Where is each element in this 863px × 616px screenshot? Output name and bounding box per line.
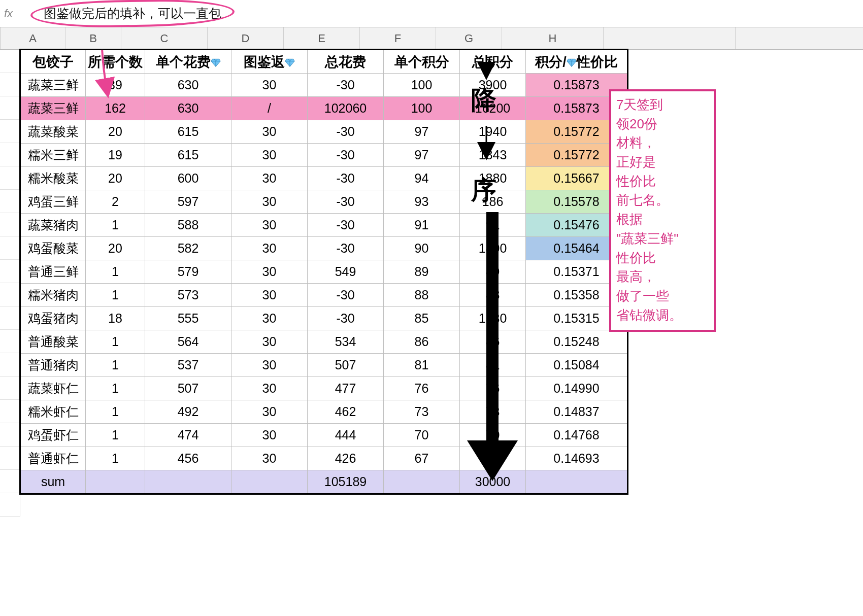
cell[interactable]: 1 [86, 424, 145, 447]
column-header-G[interactable]: G [436, 27, 502, 49]
cell[interactable]: 97 [384, 144, 460, 167]
table-row[interactable]: 鸡蛋猪肉1855530-308515300.15315 [21, 307, 627, 330]
cell[interactable]: 鸡蛋三鲜 [21, 190, 86, 214]
cell[interactable]: -30 [308, 74, 384, 97]
cell[interactable]: 30 [231, 424, 308, 447]
cell[interactable]: 普通虾仁 [21, 447, 86, 470]
cell[interactable]: 549 [308, 260, 384, 284]
cell[interactable]: -30 [308, 190, 384, 214]
cell[interactable]: 鸡蛋酸菜 [21, 237, 86, 260]
column-header-C[interactable]: C [121, 27, 208, 49]
cell[interactable]: 81 [460, 354, 526, 377]
cell[interactable]: -30 [308, 167, 384, 190]
cell[interactable]: 20 [86, 120, 145, 144]
cell[interactable]: 94 [384, 167, 460, 190]
cell[interactable]: 蔬菜酸菜 [21, 120, 86, 144]
cell[interactable]: 1940 [460, 120, 526, 144]
cell[interactable]: 1 [86, 214, 145, 237]
cell[interactable]: 蔬菜猪肉 [21, 214, 86, 237]
cell[interactable]: 30 [231, 190, 308, 214]
cell[interactable]: 30 [231, 447, 308, 470]
cell[interactable]: 70 [460, 424, 526, 447]
cell[interactable]: 89 [384, 260, 460, 284]
cell[interactable]: 86 [384, 330, 460, 354]
cell[interactable]: 88 [460, 284, 526, 307]
table-row[interactable]: 蔬菜酸菜2061530-309719400.15772 [21, 120, 627, 144]
cell[interactable]: 19 [86, 144, 145, 167]
cell[interactable]: 579 [145, 260, 231, 284]
cell[interactable]: 573 [145, 284, 231, 307]
table-row[interactable]: 糯米虾仁14923046273730.14837 [21, 400, 627, 424]
cell[interactable]: 162 [86, 97, 145, 120]
cell[interactable]: 76 [384, 377, 460, 400]
cell[interactable]: -30 [308, 120, 384, 144]
cell[interactable]: 474 [145, 424, 231, 447]
cell[interactable]: 67 [460, 447, 526, 470]
cell[interactable]: 67 [384, 447, 460, 470]
table-row[interactable]: 普通三鲜15793054989890.15371 [21, 260, 627, 284]
cell[interactable]: 76 [460, 377, 526, 400]
cell[interactable]: 0.14990 [526, 377, 627, 400]
cell[interactable]: 86 [460, 330, 526, 354]
cell[interactable]: -30 [308, 237, 384, 260]
cell[interactable]: 1 [86, 284, 145, 307]
cell[interactable]: 81 [384, 354, 460, 377]
cell[interactable]: 615 [145, 120, 231, 144]
cell[interactable]: 1 [86, 400, 145, 424]
cell[interactable]: 30 [231, 74, 308, 97]
cell[interactable]: 30 [231, 260, 308, 284]
cell[interactable]: 100 [384, 74, 460, 97]
table-row[interactable]: 普通虾仁14563042667670.14693 [21, 447, 627, 470]
cell[interactable]: 600 [145, 167, 231, 190]
cell[interactable]: 1 [86, 260, 145, 284]
cell[interactable]: 1800 [460, 237, 526, 260]
cell[interactable]: 444 [308, 424, 384, 447]
cell[interactable]: 糯米虾仁 [21, 400, 86, 424]
cell[interactable]: 630 [145, 97, 231, 120]
cell[interactable]: 88 [384, 284, 460, 307]
cell[interactable]: 30 [231, 330, 308, 354]
cell[interactable]: 39 [86, 74, 145, 97]
cell[interactable]: 30 [231, 307, 308, 330]
table-row[interactable]: 蔬菜虾仁15073047776760.14990 [21, 377, 627, 400]
cell[interactable]: 102060 [308, 97, 384, 120]
cell[interactable]: 30 [231, 354, 308, 377]
table-row[interactable]: 糯米三鲜1961530-309718430.15772 [21, 144, 627, 167]
cell[interactable]: 30 [231, 377, 308, 400]
cell[interactable]: 91 [460, 214, 526, 237]
table-row[interactable]: 糯米猪肉157330-3088880.15358 [21, 284, 627, 307]
cell[interactable]: 2 [86, 190, 145, 214]
cell[interactable]: 89 [460, 260, 526, 284]
cell[interactable]: 1530 [460, 307, 526, 330]
column-header-F[interactable]: F [360, 27, 436, 49]
cell[interactable]: 1843 [460, 144, 526, 167]
table-row[interactable]: 蔬菜三鲜3963030-3010039000.15873 [21, 74, 627, 97]
cell[interactable]: 1 [86, 330, 145, 354]
cell[interactable]: 蔬菜三鲜 [21, 74, 86, 97]
cell[interactable]: 100 [384, 97, 460, 120]
cell[interactable]: 477 [308, 377, 384, 400]
cell[interactable]: 20 [86, 167, 145, 190]
cell[interactable]: / [231, 97, 308, 120]
cell[interactable]: 597 [145, 190, 231, 214]
table-row[interactable]: 鸡蛋虾仁14743044470700.14768 [21, 424, 627, 447]
cell[interactable]: 蔬菜三鲜 [21, 97, 86, 120]
cell[interactable]: 普通三鲜 [21, 260, 86, 284]
cell[interactable]: 564 [145, 330, 231, 354]
table-row[interactable]: 蔬菜猪肉158830-3091910.15476 [21, 214, 627, 237]
cell[interactable]: 507 [145, 377, 231, 400]
table-row[interactable]: 鸡蛋三鲜259730-30931860.15578 [21, 190, 627, 214]
cell[interactable]: 糯米酸菜 [21, 167, 86, 190]
cell[interactable]: 462 [308, 400, 384, 424]
cell[interactable]: 鸡蛋虾仁 [21, 424, 86, 447]
table-row[interactable]: 普通酸菜15643053486860.15248 [21, 330, 627, 354]
cell[interactable]: 426 [308, 447, 384, 470]
cell[interactable]: 1 [86, 377, 145, 400]
cell[interactable]: 0.15084 [526, 354, 627, 377]
table-row[interactable]: 鸡蛋酸菜2058230-309018000.15464 [21, 237, 627, 260]
cell[interactable]: 1 [86, 354, 145, 377]
cell[interactable]: 普通猪肉 [21, 354, 86, 377]
cell[interactable]: 630 [145, 74, 231, 97]
cell[interactable]: 582 [145, 237, 231, 260]
cell[interactable]: 糯米三鲜 [21, 144, 86, 167]
